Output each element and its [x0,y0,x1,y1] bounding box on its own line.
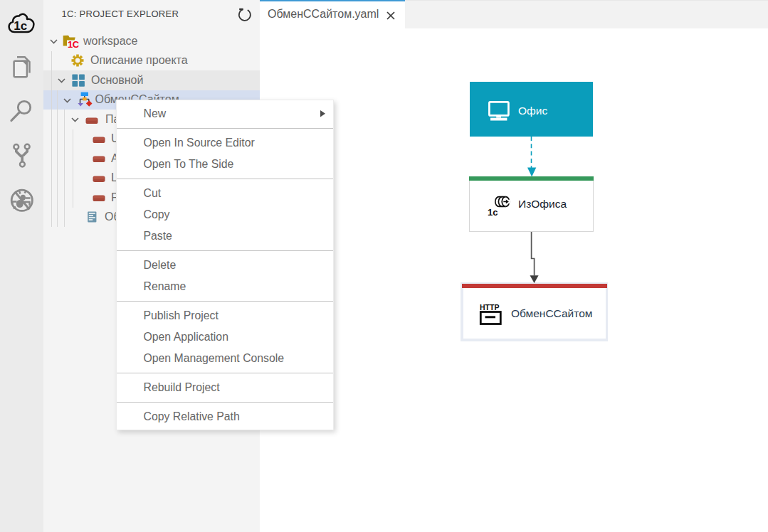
svg-text:HTTP: HTTP [480,303,500,312]
svg-text:1с: 1с [14,19,27,33]
svg-text:1с: 1с [488,207,498,218]
svg-text:1C: 1C [68,39,80,50]
